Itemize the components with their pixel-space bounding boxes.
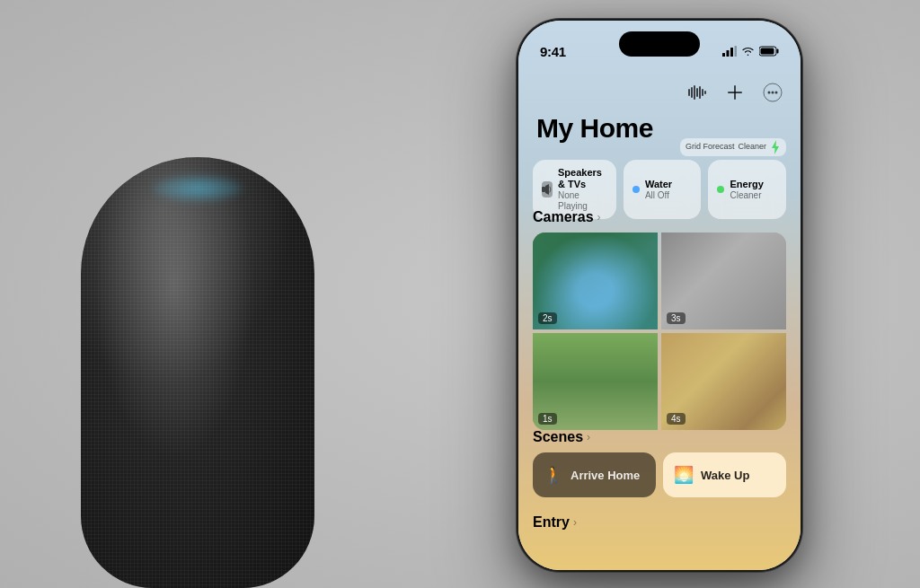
waveform-icon — [688, 85, 706, 100]
app-content: My Home Grid Forecast Cleaner — [518, 70, 801, 570]
app-header: My Home Grid Forecast Cleaner — [536, 79, 786, 144]
lightning-icon — [770, 140, 781, 154]
speaker-icon — [542, 181, 553, 197]
svg-rect-12 — [702, 89, 703, 96]
scenes-chevron: › — [587, 431, 590, 443]
iphone-frame: 9:41 — [516, 18, 803, 573]
svg-rect-20 — [542, 187, 545, 192]
svg-rect-0 — [722, 53, 725, 57]
camera-garden-timestamp: 1s — [538, 413, 557, 425]
more-button[interactable] — [759, 79, 786, 106]
svg-rect-2 — [730, 48, 733, 57]
add-button[interactable] — [721, 79, 748, 106]
homepod-device — [27, 67, 368, 588]
wifi-icon — [741, 46, 755, 57]
iphone-device: 9:41 — [516, 18, 803, 573]
cameras-grid: 2s 3s 1s 4s — [533, 233, 786, 430]
energy-tile-title: Energy — [730, 179, 763, 190]
svg-rect-7 — [688, 89, 690, 96]
water-tile-title: Water — [645, 179, 672, 190]
status-time: 9:41 — [540, 44, 566, 59]
camera-garden[interactable]: 1s — [533, 333, 658, 430]
camera-indoor-timestamp: 3s — [667, 312, 686, 324]
camera-living[interactable]: 4s — [661, 333, 786, 430]
svg-point-17 — [768, 92, 771, 94]
speakers-tile-text: Speakers & TVs None Playing — [558, 167, 607, 212]
svg-rect-11 — [699, 86, 701, 99]
wake-up-label: Wake Up — [701, 469, 749, 482]
grid-forecast-badge[interactable]: Grid Forecast Cleaner — [680, 138, 786, 156]
grid-forecast-sublabel: Cleaner — [738, 142, 766, 153]
svg-rect-9 — [694, 85, 695, 100]
entry-header[interactable]: Entry › — [533, 514, 786, 531]
cameras-title: Cameras — [533, 209, 594, 225]
cameras-header[interactable]: Cameras › — [533, 209, 786, 225]
water-icon — [632, 186, 640, 193]
scenes-section: Scenes › 🚶 Arrive Home 🌅 Wake Up — [533, 429, 786, 497]
iphone-screen: 9:41 — [518, 21, 801, 570]
energy-icon — [717, 186, 724, 193]
scenes-grid: 🚶 Arrive Home 🌅 Wake Up — [533, 452, 786, 497]
arrive-home-icon: 🚶 — [544, 465, 563, 485]
battery-icon — [759, 46, 779, 57]
homepod-top-light — [153, 175, 243, 202]
scenes-title: Scenes — [533, 429, 583, 445]
cameras-chevron: › — [597, 211, 601, 224]
svg-rect-13 — [704, 91, 706, 94]
arrive-home-button[interactable]: 🚶 Arrive Home — [533, 452, 656, 497]
entry-chevron: › — [573, 516, 577, 529]
svg-rect-1 — [727, 50, 730, 57]
svg-rect-6 — [761, 48, 774, 55]
header-actions — [536, 79, 786, 106]
energy-tile-subtitle: Cleaner — [730, 190, 763, 201]
svg-point-18 — [772, 92, 774, 94]
speakers-tile-title: Speakers & TVs — [558, 167, 607, 190]
entry-section: Entry › — [533, 514, 786, 531]
arrive-home-label: Arrive Home — [571, 469, 640, 482]
svg-rect-5 — [777, 49, 779, 54]
dynamic-island — [619, 31, 700, 57]
status-icons — [722, 46, 779, 57]
grid-forecast-label: Grid Forecast — [686, 142, 735, 153]
camera-living-timestamp: 4s — [667, 413, 686, 425]
camera-pool[interactable]: 2s — [533, 233, 658, 329]
svg-rect-10 — [696, 88, 698, 97]
entry-title: Entry — [533, 514, 570, 531]
water-tile-subtitle: All Off — [645, 190, 672, 201]
camera-pool-timestamp: 2s — [538, 312, 557, 324]
svg-point-19 — [775, 92, 778, 94]
cameras-section: Cameras › 2s 3s 1s — [533, 209, 786, 430]
svg-rect-8 — [691, 87, 693, 98]
energy-tile-text: Energy Cleaner — [730, 179, 763, 201]
wake-up-icon: 🌅 — [674, 465, 694, 485]
scenes-header[interactable]: Scenes › — [533, 429, 786, 445]
homepod-mesh — [81, 157, 314, 588]
water-tile-text: Water All Off — [645, 179, 672, 201]
plus-icon — [727, 84, 743, 101]
wake-up-button[interactable]: 🌅 Wake Up — [663, 452, 786, 497]
more-icon — [763, 83, 783, 102]
svg-rect-3 — [735, 46, 738, 57]
signal-icon — [722, 46, 737, 57]
waveform-button[interactable] — [684, 79, 711, 106]
camera-indoor[interactable]: 3s — [661, 233, 786, 329]
